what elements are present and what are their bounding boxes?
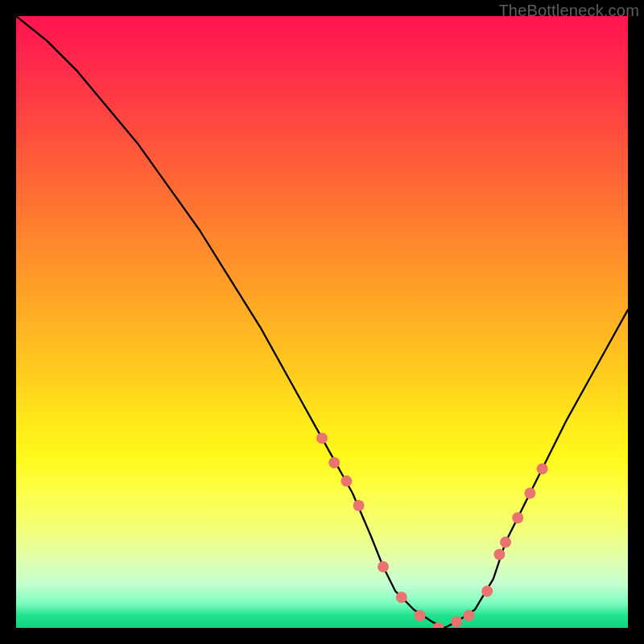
bottleneck-curve: [16, 16, 628, 628]
marker-dot: [328, 457, 340, 469]
marker-dot: [316, 432, 328, 444]
marker-dot: [341, 476, 352, 487]
watermark-text: TheBottleneck.com: [498, 2, 639, 20]
plot-area: [16, 16, 628, 628]
marker-dot: [463, 610, 474, 621]
marker-dot: [481, 585, 493, 597]
marker-dot: [500, 537, 511, 548]
marker-dot: [353, 500, 365, 511]
chart-svg: [16, 16, 628, 628]
marker-dot: [378, 561, 389, 572]
marker-dot: [415, 610, 426, 621]
marker-dot: [493, 549, 505, 560]
marker-dot: [451, 616, 462, 627]
marker-dot: [524, 488, 535, 499]
marker-dot: [512, 512, 523, 523]
chart-stage: TheBottleneck.com: [0, 0, 644, 644]
marker-dot: [396, 592, 407, 603]
marker-dot: [537, 463, 548, 474]
highlight-dots: [316, 432, 548, 628]
